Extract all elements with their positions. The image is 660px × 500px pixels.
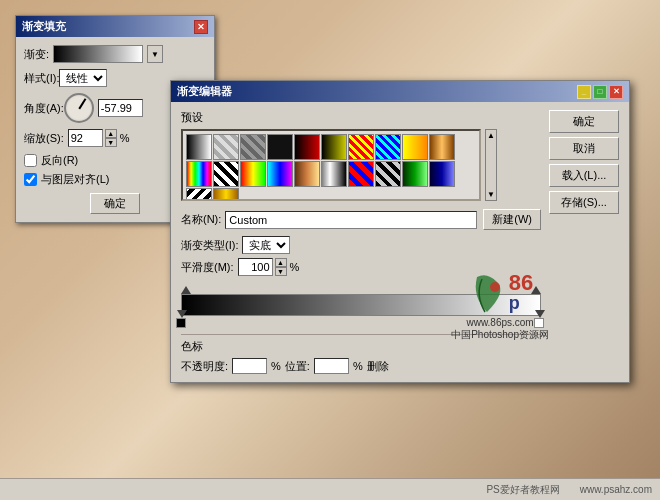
color-stop-black[interactable]	[177, 310, 187, 328]
gradient-preview[interactable]	[53, 45, 143, 63]
smoothness-stepper[interactable]: ▲ ▼	[275, 258, 287, 276]
preset-item[interactable]	[429, 134, 455, 160]
opacity-input[interactable]	[232, 358, 267, 374]
scroll-up-arrow[interactable]: ▲	[486, 130, 496, 141]
preset-item[interactable]	[240, 134, 266, 160]
preset-item[interactable]	[213, 134, 239, 160]
gradient-dropdown[interactable]: ▼	[147, 45, 163, 63]
preset-item[interactable]	[186, 161, 212, 187]
reverse-label: 反向(R)	[41, 153, 78, 168]
align-label: 与图层对齐(L)	[41, 172, 109, 187]
maximize-button[interactable]: □	[593, 85, 607, 99]
name-label: 名称(N):	[181, 212, 221, 227]
bottom-site1: PS爱好者教程网	[486, 483, 559, 497]
smoothness-input[interactable]	[238, 258, 273, 276]
editor-save-button[interactable]: 存储(S)...	[549, 191, 619, 214]
logo-site: www.86ps.com	[466, 317, 533, 328]
editor-right-buttons: 确定 取消 载入(L)... 存储(S)...	[549, 110, 619, 214]
logo-number: 86	[509, 272, 533, 294]
preset-item[interactable]	[213, 161, 239, 187]
logo-icon: 86 p	[467, 267, 533, 317]
preset-item[interactable]	[213, 188, 239, 201]
gradient-editor-title: 渐变编辑器	[177, 84, 232, 99]
smooth-up-btn[interactable]: ▲	[275, 258, 287, 267]
svg-point-0	[490, 282, 500, 292]
align-checkbox[interactable]	[24, 173, 37, 186]
presets-label: 预设	[181, 110, 541, 125]
opacity-label: 不透明度:	[181, 359, 228, 374]
logo-subtitle: 中国Photoshop资源网	[451, 328, 549, 342]
bottom-site2: www.psahz.com	[580, 484, 652, 495]
logo-area: 86 p www.86ps.com 中国Photoshop资源网	[451, 267, 549, 342]
style-label: 样式(I):	[24, 71, 59, 86]
opacity-stop-left[interactable]	[181, 286, 191, 294]
presets-scrollbar[interactable]: ▲ ▼	[485, 129, 497, 201]
preset-item[interactable]	[375, 134, 401, 160]
preset-item[interactable]	[348, 161, 374, 187]
editor-ok-button[interactable]: 确定	[549, 110, 619, 133]
logo-letter-p: p	[509, 294, 520, 312]
preset-item[interactable]	[321, 161, 347, 187]
scale-up-btn[interactable]: ▲	[105, 129, 117, 138]
type-label: 渐变类型(I):	[181, 238, 238, 253]
editor-close-button[interactable]: ✕	[609, 85, 623, 99]
preset-item[interactable]	[267, 134, 293, 160]
scale-stepper[interactable]: ▲ ▼	[105, 129, 117, 147]
type-select[interactable]: 实底	[242, 236, 290, 254]
gradient-label: 渐变:	[24, 47, 49, 62]
angle-dial[interactable]	[64, 93, 94, 123]
title-bar-controls: _ □ ✕	[577, 85, 623, 99]
new-button[interactable]: 新建(W)	[483, 209, 541, 230]
preset-item[interactable]	[267, 161, 293, 187]
preset-item[interactable]	[240, 161, 266, 187]
presets-box	[181, 129, 481, 201]
smoothness-label: 平滑度(M):	[181, 260, 234, 275]
style-select[interactable]: 线性	[59, 69, 107, 87]
opacity-row: 不透明度: % 位置: % 删除	[181, 358, 389, 374]
delete-label: 删除	[367, 359, 389, 374]
smooth-down-btn[interactable]: ▼	[275, 267, 287, 276]
gradient-editor-title-bar: 渐变编辑器 _ □ ✕	[171, 81, 629, 102]
scroll-thumb[interactable]	[486, 141, 496, 189]
dialog-gradient-editor: 渐变编辑器 _ □ ✕ 预设	[170, 80, 630, 383]
preset-item[interactable]	[348, 134, 374, 160]
angle-indicator	[78, 98, 86, 109]
gradient-fill-title-bar: 渐变填充 ✕	[16, 16, 214, 37]
opacity-unit: %	[271, 360, 281, 372]
scale-down-btn[interactable]: ▼	[105, 138, 117, 147]
name-input[interactable]	[225, 211, 477, 229]
preset-item[interactable]	[402, 161, 428, 187]
scale-input[interactable]	[68, 129, 103, 147]
editor-load-button[interactable]: 载入(L)...	[549, 164, 619, 187]
preset-item[interactable]	[429, 161, 455, 187]
preset-item[interactable]	[402, 134, 428, 160]
preset-item[interactable]	[321, 134, 347, 160]
angle-input[interactable]	[98, 99, 143, 117]
preset-item[interactable]	[294, 134, 320, 160]
fill-ok-button[interactable]: 确定	[90, 193, 140, 214]
minimize-button[interactable]: _	[577, 85, 591, 99]
smoothness-unit: %	[290, 261, 300, 273]
location-label: 位置:	[285, 359, 310, 374]
location-input[interactable]	[314, 358, 349, 374]
gradient-fill-title: 渐变填充	[22, 19, 66, 34]
logo-svg	[467, 267, 507, 317]
preset-item[interactable]	[375, 161, 401, 187]
scroll-down-arrow[interactable]: ▼	[486, 189, 496, 200]
preset-item[interactable]	[294, 161, 320, 187]
scale-unit: %	[120, 132, 130, 144]
preset-item[interactable]	[186, 188, 212, 201]
editor-cancel-button[interactable]: 取消	[549, 137, 619, 160]
angle-label: 角度(A):	[24, 101, 64, 116]
location-unit: %	[353, 360, 363, 372]
bottom-bar: PS爱好者教程网 www.psahz.com	[0, 478, 660, 500]
scale-label: 缩放(S):	[24, 131, 64, 146]
reverse-checkbox[interactable]	[24, 154, 37, 167]
preset-item[interactable]	[186, 134, 212, 160]
gradient-fill-close-button[interactable]: ✕	[194, 20, 208, 34]
